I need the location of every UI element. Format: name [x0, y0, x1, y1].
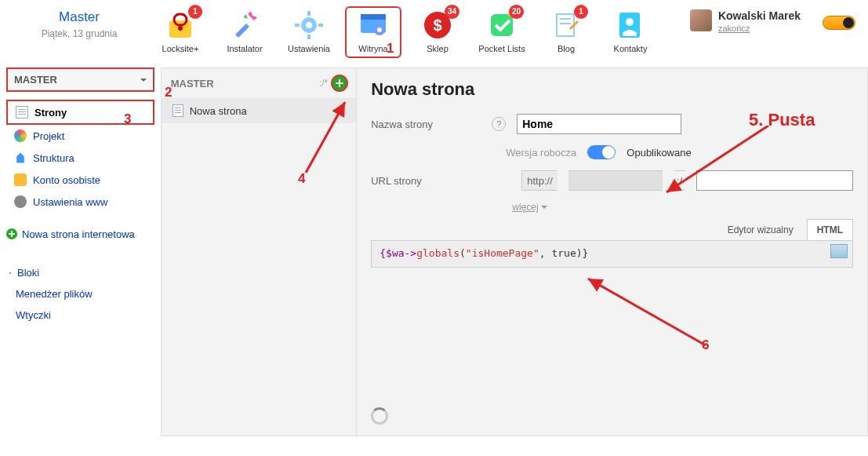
blocks-icon — [9, 272, 11, 274]
svg-rect-6 — [307, 35, 311, 39]
app-pocket[interactable]: Pocket Lists20 — [474, 6, 530, 58]
url-host — [568, 170, 663, 191]
plus-icon — [6, 228, 17, 239]
mid-header: MASTER — [171, 78, 214, 89]
nav-label: Konto osobiste — [33, 174, 100, 186]
published-label: Opublikowane — [626, 147, 691, 159]
mid-path: :/* — [319, 78, 328, 89]
brand-date: Piątek, 13 grudnia — [13, 28, 146, 39]
app-blog[interactable]: Blog1 — [538, 6, 594, 58]
sec-label: Bloki — [17, 267, 39, 279]
svg-point-20 — [626, 18, 634, 26]
sec-plugins[interactable]: Wtyczki — [6, 305, 154, 326]
new-page-label: Nowa strona internetowa — [22, 228, 135, 240]
svg-rect-5 — [307, 11, 311, 16]
svg-rect-16 — [557, 14, 574, 36]
app-label: Ustawienia — [282, 44, 336, 53]
nav-account[interactable]: Konto osobiste — [6, 169, 154, 191]
url-prefix: http:// — [521, 170, 557, 191]
loading-spinner-icon — [371, 407, 388, 425]
insert-image-button[interactable] — [830, 244, 848, 258]
installer-icon — [229, 9, 260, 41]
nav-wwwset[interactable]: Ustawienia www — [6, 191, 154, 213]
app-locksite[interactable]: Locksite+1 — [152, 6, 209, 58]
account-icon — [14, 173, 27, 186]
structure-icon — [14, 151, 27, 164]
brand-title[interactable]: Master — [13, 9, 146, 25]
nav-label: Strony — [35, 107, 67, 119]
app-label: Instalator — [218, 44, 271, 53]
help-icon[interactable]: ? — [492, 117, 506, 131]
contacts-icon — [615, 9, 646, 41]
badge: 20 — [509, 5, 524, 19]
app-label: Kontakty — [604, 44, 657, 53]
name-label: Nazwa strony — [371, 119, 481, 130]
design-icon — [14, 130, 27, 142]
app-label: Blog — [539, 44, 593, 53]
html-editor[interactable]: {$wa->globals("isHomePage", true)} — [371, 241, 853, 268]
svg-text:$: $ — [433, 16, 441, 34]
add-page-button[interactable] — [332, 76, 347, 90]
app-label: Locksite+ — [154, 44, 207, 53]
app-installer[interactable]: Instalator — [216, 6, 273, 58]
wwwset-icon — [14, 195, 27, 208]
badge: 1 — [574, 5, 588, 19]
svg-point-12 — [377, 27, 382, 32]
theme-toggle[interactable] — [823, 16, 855, 30]
app-contacts[interactable]: Kontakty — [602, 6, 659, 58]
page-item-label: Nowa strona — [190, 105, 247, 117]
page-title: Nowa strona — [371, 79, 853, 100]
nav-structure[interactable]: Struktura — [6, 147, 154, 169]
logout-link[interactable]: zakończ — [718, 24, 750, 33]
user-name[interactable]: Kowalski Marek — [718, 9, 801, 22]
nav-label: Ustawienia www — [33, 196, 107, 208]
app-label: Witryna — [347, 44, 400, 53]
badge: 34 — [445, 5, 459, 19]
site-selector[interactable]: MASTER — [6, 67, 154, 92]
nav-design[interactable]: Projekt — [6, 125, 154, 147]
url-label: URL strony — [371, 175, 481, 187]
nav-pages[interactable]: Strony — [6, 100, 154, 125]
app-shop[interactable]: $Sklep34 — [409, 6, 466, 58]
more-link[interactable]: więcej — [512, 202, 853, 213]
page-name-input[interactable] — [517, 114, 681, 134]
badge: 1 — [188, 5, 202, 19]
avatar[interactable] — [690, 9, 712, 31]
url-slash: :/ — [674, 170, 685, 191]
draft-label: Wersja robocza — [506, 147, 576, 159]
new-page-link[interactable]: Nowa strona internetowa — [6, 225, 154, 243]
svg-point-2 — [178, 26, 183, 31]
sec-label: Menedżer plików — [16, 288, 93, 300]
svg-rect-8 — [318, 24, 323, 27]
settings-icon — [293, 9, 325, 41]
page-list-item[interactable]: Nowa strona — [162, 98, 357, 123]
svg-rect-15 — [491, 14, 513, 36]
app-label: Pocket Lists — [475, 44, 528, 53]
sec-files[interactable]: Menedżer plików — [6, 283, 154, 305]
app-settings[interactable]: Ustawienia — [281, 6, 337, 58]
site-icon — [358, 9, 389, 41]
svg-point-4 — [306, 22, 312, 28]
sec-blocks[interactable]: Bloki — [6, 262, 154, 283]
nav-label: Struktura — [33, 152, 74, 164]
nav-label: Projekt — [33, 130, 64, 142]
app-label: Sklep — [411, 44, 464, 53]
page-icon — [16, 106, 28, 119]
svg-rect-7 — [295, 24, 300, 27]
sec-label: Wtyczki — [16, 309, 51, 321]
publish-toggle[interactable] — [587, 145, 616, 159]
svg-rect-10 — [361, 14, 386, 20]
page-icon — [173, 104, 183, 117]
app-site[interactable]: Witryna — [345, 6, 401, 58]
tab-visual[interactable]: Edytor wizualny — [717, 219, 804, 240]
url-slug-input[interactable] — [696, 170, 853, 191]
tab-html[interactable]: HTML — [807, 219, 853, 240]
